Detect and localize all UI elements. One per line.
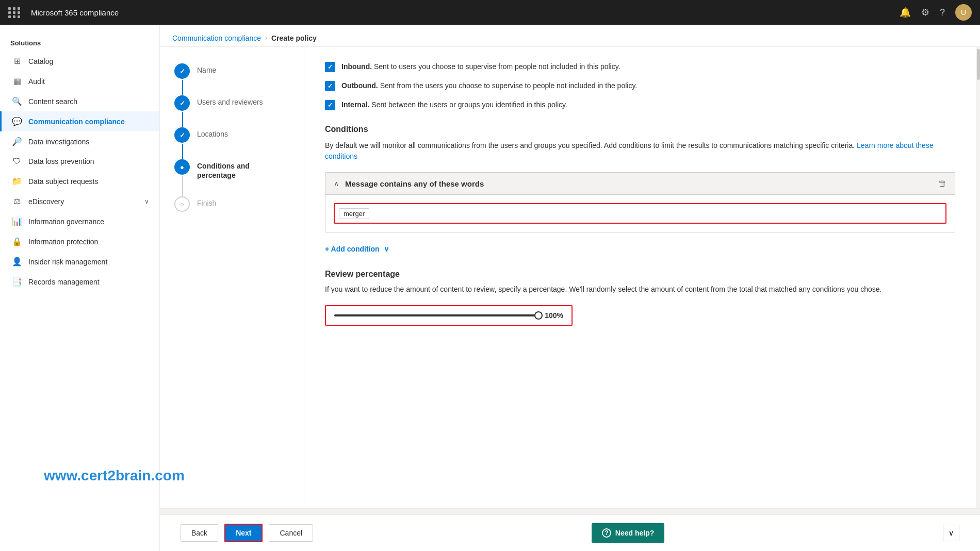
next-button[interactable]: Next <box>224 524 263 542</box>
slider-wrapper: 100% <box>325 305 573 326</box>
sidebar-item-data-loss-prevention[interactable]: 🛡 Data loss prevention <box>0 152 159 171</box>
content-area: Communication compliance › Create policy… <box>160 25 980 551</box>
sidebar-item-insider-risk[interactable]: 👤 Insider risk management <box>0 252 159 272</box>
cancel-button[interactable]: Cancel <box>269 524 313 542</box>
dsr-icon: 📁 <box>12 176 22 186</box>
sidebar-item-catalog[interactable]: ⊞ Catalog <box>0 51 159 71</box>
sidebar-item-records-management[interactable]: 📑 Records management <box>0 272 159 292</box>
step-circle-users: ✓ <box>174 95 190 111</box>
step-name: ✓ Name <box>174 63 289 95</box>
dlp-icon: 🛡 <box>12 157 22 166</box>
checkbox-outbound-icon[interactable] <box>325 81 335 91</box>
condition-tag: merger <box>339 208 369 219</box>
inner-layout: ✓ Name ✓ Users and reviewers ✓ Locations <box>160 47 980 508</box>
step-label-conditions: Conditions and percentage <box>197 159 289 180</box>
sidebar-item-label: Insider risk management <box>28 258 107 266</box>
sidebar-item-data-subject-requests[interactable]: 📁 Data subject requests <box>0 171 159 191</box>
sidebar-item-label: Data subject requests <box>28 177 98 186</box>
communication-icon: 💬 <box>12 116 22 126</box>
checkbox-internal: Internal. Sent between the users or grou… <box>325 99 955 110</box>
slider-thumb <box>534 311 543 320</box>
condition-delete-icon[interactable]: 🗑 <box>938 179 946 188</box>
add-condition-button[interactable]: + Add condition ∨ <box>325 241 955 257</box>
scroll-down-button[interactable]: ∨ <box>943 525 959 541</box>
breadcrumb-current: Create policy <box>271 34 317 42</box>
records-icon: 📑 <box>12 277 22 287</box>
sidebar-item-label: Audit <box>28 77 45 86</box>
help-icon[interactable]: ? <box>940 7 945 18</box>
condition-card-header: ∧ Message contains any of these words 🗑 <box>325 173 955 195</box>
sidebar-item-label: Information protection <box>28 238 98 246</box>
step-circle-finish: ○ <box>174 196 190 212</box>
avatar[interactable]: U <box>955 4 972 21</box>
sidebar-item-ediscovery[interactable]: ⚖ eDiscovery ∨ <box>0 191 159 211</box>
checkbox-internal-text: Internal. Sent between the users or grou… <box>341 99 567 110</box>
step-users: ✓ Users and reviewers <box>174 95 289 127</box>
checkbox-outbound: Outbound. Sent from the users you choose… <box>325 80 955 91</box>
slider-fill <box>334 314 538 316</box>
investigation-icon: 🔎 <box>12 137 22 146</box>
step-label-finish: Finish <box>197 196 216 208</box>
help-button-label: Need help? <box>615 529 654 537</box>
governance-icon: 📊 <box>12 216 22 226</box>
slider-track <box>334 314 538 316</box>
sidebar-item-information-protection[interactable]: 🔒 Information protection <box>0 231 159 252</box>
checkbox-internal-icon[interactable] <box>325 100 335 110</box>
need-help-button[interactable]: ? Need help? <box>592 523 664 543</box>
insider-risk-icon: 👤 <box>12 257 22 266</box>
sidebar-section-title: Solutions <box>0 31 159 51</box>
checkbox-outbound-text: Outbound. Sent from the users you choose… <box>341 80 637 91</box>
topbar-icons: 🔔 ⚙ ? U <box>900 4 972 21</box>
sidebar-item-label: Records management <box>28 278 100 286</box>
ediscovery-icon: ⚖ <box>12 196 22 206</box>
sidebar-item-audit[interactable]: ▦ Audit <box>0 71 159 91</box>
app-launcher-icon[interactable] <box>8 7 21 18</box>
sidebar-item-communication-compliance[interactable]: 💬 Communication compliance <box>0 111 159 131</box>
conditions-desc: By default we will monitor all communica… <box>325 140 955 162</box>
back-button[interactable]: Back <box>181 524 218 542</box>
condition-tag-input[interactable] <box>371 209 941 218</box>
step-circle-conditions: ● <box>174 159 190 175</box>
checkbox-inbound-text: Inbound. Sent to users you choose to sup… <box>341 61 620 72</box>
horizontal-scrollbar[interactable] <box>160 508 980 514</box>
step-finish: ○ Finish <box>174 196 289 212</box>
catalog-icon: ⊞ <box>12 56 22 66</box>
review-desc: If you want to reduce the amount of cont… <box>325 284 955 295</box>
checkbox-inbound-icon[interactable] <box>325 62 335 72</box>
form-panel: Inbound. Sent to users you choose to sup… <box>304 47 976 508</box>
condition-card-title: Message contains any of these words <box>345 179 932 188</box>
sidebar-item-label: Information governance <box>28 218 104 226</box>
sidebar-item-label: eDiscovery <box>28 197 64 206</box>
step-circle-locations: ✓ <box>174 127 190 143</box>
gear-icon[interactable]: ⚙ <box>921 7 929 18</box>
steps-panel: ✓ Name ✓ Users and reviewers ✓ Locations <box>160 47 304 508</box>
condition-collapse-icon[interactable]: ∧ <box>334 179 339 188</box>
step-label-users: Users and reviewers <box>197 95 263 107</box>
scrollbar[interactable] <box>976 47 980 508</box>
slider-percentage-label: 100% <box>545 311 563 320</box>
step-locations: ✓ Locations <box>174 127 289 159</box>
review-heading: Review percentage <box>325 270 955 279</box>
step-circle-name: ✓ <box>174 63 190 79</box>
breadcrumb-parent-link[interactable]: Communication compliance <box>172 34 261 42</box>
condition-card: ∧ Message contains any of these words 🗑 … <box>325 172 955 232</box>
sidebar-item-content-search[interactable]: 🔍 Content search <box>0 91 159 111</box>
topbar: Microsoft 365 compliance 🔔 ⚙ ? U <box>0 0 980 25</box>
sidebar-item-label: Catalog <box>28 57 53 65</box>
conditions-heading: Conditions <box>325 125 955 134</box>
add-condition-chevron-icon: ∨ <box>384 245 389 253</box>
sidebar-item-label: Communication compliance <box>28 118 125 126</box>
sidebar-item-label: Data investigations <box>28 138 89 146</box>
condition-card-body: merger <box>325 195 955 232</box>
condition-input-wrapper: merger <box>334 203 946 224</box>
main-layout: Solutions ⊞ Catalog ▦ Audit 🔍 Content se… <box>0 25 980 551</box>
step-conditions: ● Conditions and percentage <box>174 159 289 196</box>
breadcrumb: Communication compliance › Create policy <box>160 25 980 47</box>
sidebar-item-data-investigations[interactable]: 🔎 Data investigations <box>0 131 159 152</box>
breadcrumb-separator: › <box>265 35 267 42</box>
sidebar-item-label: Content search <box>28 97 77 106</box>
sidebar-item-information-governance[interactable]: 📊 Information governance <box>0 211 159 231</box>
sidebar: Solutions ⊞ Catalog ▦ Audit 🔍 Content se… <box>0 25 160 551</box>
bell-icon[interactable]: 🔔 <box>900 7 911 18</box>
action-bar: Back Next Cancel ? Need help? ∨ <box>160 514 980 551</box>
